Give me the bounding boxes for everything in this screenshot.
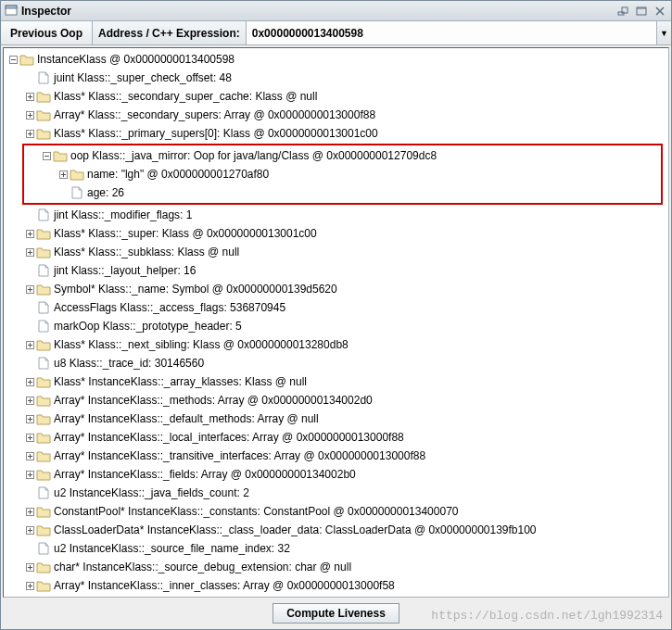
tree-node[interactable]: age: 26 xyxy=(24,183,661,202)
expand-handle-icon xyxy=(24,72,35,83)
expand-handle-icon[interactable] xyxy=(24,524,35,536)
tree-node[interactable]: char* InstanceKlass::_source_debug_exten… xyxy=(4,558,668,576)
window-icon xyxy=(5,5,18,18)
file-icon xyxy=(36,264,51,277)
tree-node[interactable]: ConstantPool* InstanceKlass::_constants:… xyxy=(4,502,668,521)
expand-handle-icon[interactable] xyxy=(24,339,35,350)
expand-handle-icon[interactable] xyxy=(24,506,35,517)
tree-node[interactable]: u8 Klass::_trace_id: 30146560 xyxy=(4,354,668,372)
tree-node[interactable]: Array* InstanceKlass::_transitive_interf… xyxy=(4,447,668,465)
tree-node[interactable]: ClassLoaderData* InstanceKlass::_class_l… xyxy=(4,521,668,539)
tree-node-label: char* InstanceKlass::_source_debug_exten… xyxy=(54,561,351,573)
folder-icon xyxy=(36,561,51,573)
expand-handle-icon xyxy=(24,265,35,276)
tree-node-label: u2 InstanceKlass::_java_fields_count: 2 xyxy=(54,486,249,499)
tree-node[interactable]: u2 InstanceKlass::_source_file_name_inde… xyxy=(4,539,668,558)
minimize-internal-icon[interactable] xyxy=(615,5,630,18)
expand-handle-icon[interactable] xyxy=(24,432,35,443)
expand-handle-icon xyxy=(24,209,35,220)
expand-handle-icon[interactable] xyxy=(24,395,35,406)
tree-node-label: Array* InstanceKlass::_default_methods: … xyxy=(54,412,319,425)
expand-handle-icon[interactable] xyxy=(7,54,19,65)
tree-node-root[interactable]: InstanceKlass @ 0x0000000013400598 xyxy=(4,50,668,69)
compute-liveness-button[interactable]: Compute Liveness xyxy=(273,603,399,624)
folder-icon xyxy=(36,579,51,592)
folder-icon xyxy=(36,523,51,536)
folder-icon xyxy=(53,149,68,162)
close-icon[interactable] xyxy=(653,5,667,18)
tree-node[interactable]: Array* InstanceKlass::_fields: Array @ 0… xyxy=(4,465,668,484)
tree-node[interactable]: name: "lgh" @ 0x000000001270af80 xyxy=(24,165,661,183)
file-icon xyxy=(36,486,51,499)
tree-node-label: ClassLoaderData* InstanceKlass::_class_l… xyxy=(54,523,537,536)
tree-node-label: juint Klass::_super_check_offset: 48 xyxy=(54,71,232,84)
tree-node[interactable]: Array* InstanceKlass::_methods: Array @ … xyxy=(4,391,668,410)
tree-node-label: Array* InstanceKlass::_transitive_interf… xyxy=(54,449,425,462)
tree-node[interactable]: Array* InstanceKlass::_inner_classes: Ar… xyxy=(4,576,668,595)
tree-node[interactable]: Klass* Klass::_primary_supers[0]: Klass … xyxy=(4,124,668,143)
tree-node[interactable]: Symbol* Klass::_name: Symbol @ 0x0000000… xyxy=(4,280,668,298)
folder-icon xyxy=(36,394,51,407)
folder-icon xyxy=(36,468,51,481)
file-icon xyxy=(36,542,51,555)
svg-rect-1 xyxy=(6,6,17,8)
tree-node-label: Array* InstanceKlass::_methods: Array @ … xyxy=(54,394,373,407)
tree-node[interactable]: Array* InstanceKlass::_default_methods: … xyxy=(4,410,668,428)
expand-handle-icon[interactable] xyxy=(24,469,35,480)
tree-node[interactable]: Klass* Klass::_subklass: Klass @ null xyxy=(4,243,668,261)
expand-handle-icon[interactable] xyxy=(24,228,35,239)
expand-handle-icon[interactable] xyxy=(24,376,35,387)
tree-node[interactable]: int InstanceKlass::_nonstatic_field_size… xyxy=(4,595,668,598)
tree-node[interactable]: jint Klass::_modifier_flags: 1 xyxy=(4,206,668,224)
expand-handle-icon[interactable] xyxy=(24,91,35,102)
tree-node-label: jint Klass::_layout_helper: 16 xyxy=(54,264,196,277)
expand-handle-icon xyxy=(24,487,35,498)
tree-node[interactable]: u2 InstanceKlass::_java_fields_count: 2 xyxy=(4,484,668,502)
tree-view[interactable]: InstanceKlass @ 0x0000000013400598juint … xyxy=(3,47,669,598)
expand-handle-icon[interactable] xyxy=(24,128,35,139)
address-input[interactable] xyxy=(247,21,656,44)
expand-handle-icon[interactable] xyxy=(41,150,52,161)
tree-node[interactable]: markOop Klass::_prototype_header: 5 xyxy=(4,317,668,335)
folder-icon xyxy=(36,431,51,444)
file-icon xyxy=(36,357,51,370)
expand-handle-icon[interactable] xyxy=(24,561,35,573)
highlighted-region: oop Klass::_java_mirror: Oop for java/la… xyxy=(22,144,663,205)
folder-icon xyxy=(36,505,51,518)
window-title: Inspector xyxy=(21,5,612,18)
tree-node[interactable]: jint Klass::_layout_helper: 16 xyxy=(4,261,668,280)
folder-icon xyxy=(36,227,51,240)
tree-node[interactable]: oop Klass::_java_mirror: Oop for java/la… xyxy=(24,146,661,165)
tree-node-label: u8 Klass::_trace_id: 30146560 xyxy=(54,357,204,370)
expand-handle-icon[interactable] xyxy=(24,284,35,295)
folder-icon xyxy=(36,246,51,258)
file-icon xyxy=(70,186,84,199)
tree-node[interactable]: Array* InstanceKlass::_local_interfaces:… xyxy=(4,428,668,447)
tree-node-label: AccessFlags Klass::_access_flags: 536870… xyxy=(54,301,285,314)
tree-node[interactable]: Klass* Klass::_super: Klass @ 0x00000000… xyxy=(4,224,668,243)
footer: Compute Liveness xyxy=(1,599,671,629)
tree-node[interactable]: Klass* Klass::_secondary_super_cache: Kl… xyxy=(4,87,668,106)
folder-icon xyxy=(36,412,51,425)
expand-handle-icon[interactable] xyxy=(24,413,35,424)
previous-oop-button[interactable]: Previous Oop xyxy=(1,21,93,44)
expand-handle-icon xyxy=(24,358,35,369)
expand-handle-icon[interactable] xyxy=(24,450,35,461)
file-icon xyxy=(36,71,51,84)
inspector-window: Inspector Previous Oop Address / C++ Exp… xyxy=(0,0,672,630)
maximize-icon[interactable] xyxy=(634,5,649,18)
tree-node[interactable]: juint Klass::_super_check_offset: 48 xyxy=(4,69,668,87)
folder-icon xyxy=(36,90,51,103)
tree-node[interactable]: Klass* Klass::_next_sibling: Klass @ 0x0… xyxy=(4,335,668,354)
tree-node-label: jint Klass::_modifier_flags: 1 xyxy=(54,208,192,221)
folder-icon xyxy=(36,283,51,296)
tree-node[interactable]: Array* Klass::_secondary_supers: Array @… xyxy=(4,106,668,124)
tree-node[interactable]: AccessFlags Klass::_access_flags: 536870… xyxy=(4,298,668,317)
expand-handle-icon[interactable] xyxy=(24,109,35,120)
expand-handle-icon[interactable] xyxy=(57,169,69,180)
expand-handle-icon[interactable] xyxy=(24,246,35,258)
tree-node[interactable]: Klass* InstanceKlass::_array_klasses: Kl… xyxy=(4,372,668,391)
toolbar-chevron-down-icon[interactable]: ▼ xyxy=(656,21,671,44)
expand-handle-icon[interactable] xyxy=(24,580,35,591)
titlebar: Inspector xyxy=(1,1,671,21)
